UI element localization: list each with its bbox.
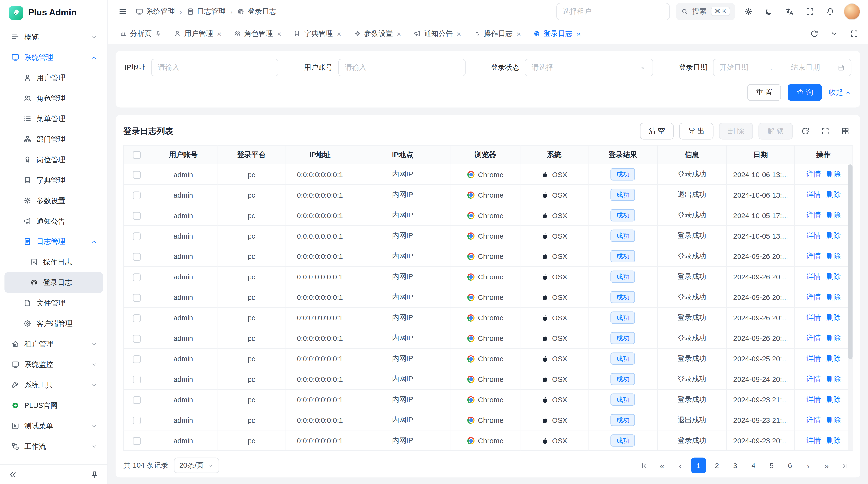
fullscreen-button[interactable]: [803, 4, 817, 19]
pin-sidebar-button[interactable]: [88, 467, 102, 482]
tab[interactable]: 字典管理×: [287, 23, 347, 44]
sidebar-item[interactable]: 概览: [4, 27, 103, 47]
sidebar-item[interactable]: 系统工具: [4, 375, 103, 395]
prev-page-button[interactable]: ‹: [673, 458, 688, 473]
delete-link[interactable]: 删除: [826, 313, 841, 323]
tab-close-icon[interactable]: ×: [217, 30, 222, 37]
sidebar-item[interactable]: 客户端管理: [4, 313, 103, 333]
sidebar-item[interactable]: 部门管理: [4, 129, 103, 150]
content-fullscreen-button[interactable]: [847, 26, 862, 41]
collapse-filter-link[interactable]: 收起: [829, 88, 851, 97]
forward-5-pages-button[interactable]: »: [819, 458, 834, 473]
query-button[interactable]: 查 询: [788, 84, 822, 101]
sidebar-item[interactable]: 租户管理: [4, 333, 103, 354]
delete-link[interactable]: 删除: [826, 210, 841, 220]
row-checkbox[interactable]: [133, 335, 140, 343]
delete-link[interactable]: 删除: [826, 251, 841, 261]
detail-link[interactable]: 详情: [806, 354, 821, 363]
delete-link[interactable]: 删除: [826, 435, 841, 445]
detail-link[interactable]: 详情: [806, 333, 821, 343]
reset-button[interactable]: 重 置: [747, 84, 781, 101]
avatar[interactable]: [844, 3, 860, 20]
row-checkbox[interactable]: [133, 171, 140, 179]
scrollbar-thumb[interactable]: [848, 164, 852, 359]
tab-options-button[interactable]: [827, 26, 841, 41]
collapse-sidebar-button[interactable]: [5, 467, 20, 482]
ip-input[interactable]: 请输入: [151, 59, 278, 76]
first-page-button[interactable]: [636, 458, 651, 473]
clear-button[interactable]: 清 空: [640, 123, 674, 139]
tab[interactable]: 参数设置×: [347, 23, 407, 44]
table-fullscreen-button[interactable]: [818, 124, 833, 138]
delete-link[interactable]: 删除: [826, 169, 841, 179]
detail-link[interactable]: 详情: [806, 374, 821, 384]
page-button[interactable]: 2: [709, 458, 724, 473]
detail-link[interactable]: 详情: [806, 251, 821, 261]
table-scrollbar[interactable]: [848, 164, 852, 451]
refresh-tab-button[interactable]: [807, 26, 822, 41]
tab[interactable]: 通知公告×: [407, 23, 467, 44]
dark-mode-button[interactable]: [762, 4, 776, 19]
translate-button[interactable]: [782, 4, 797, 19]
tab[interactable]: 角色管理×: [227, 23, 287, 44]
tab-close-icon[interactable]: ×: [337, 30, 341, 37]
back-5-pages-button[interactable]: «: [654, 458, 670, 473]
detail-link[interactable]: 详情: [806, 313, 821, 323]
delete-link[interactable]: 删除: [826, 231, 841, 240]
sidebar-item[interactable]: 文件管理: [4, 293, 103, 313]
sidebar-item[interactable]: 字典管理: [4, 170, 103, 190]
sidebar-item[interactable]: 参数设置: [4, 190, 103, 211]
sidebar-item[interactable]: 系统监控: [4, 354, 103, 375]
global-search[interactable]: 搜索 ⌘ K: [676, 2, 735, 20]
page-button[interactable]: 4: [746, 458, 761, 473]
sidebar-item[interactable]: 测试菜单: [4, 416, 103, 436]
detail-link[interactable]: 详情: [806, 210, 821, 220]
sidebar-item[interactable]: 角色管理: [4, 88, 103, 108]
tenant-select[interactable]: 选择租户: [556, 2, 670, 20]
select-all-checkbox[interactable]: [133, 151, 140, 159]
page-button[interactable]: 1: [691, 458, 706, 473]
breadcrumb-item[interactable]: 系统管理: [135, 6, 175, 16]
tab-close-icon[interactable]: ×: [576, 30, 581, 37]
next-page-button[interactable]: ›: [801, 458, 816, 473]
notifications-button[interactable]: [823, 4, 838, 19]
row-checkbox[interactable]: [133, 437, 140, 445]
app-logo[interactable]: Plus Admin: [0, 0, 107, 26]
status-select[interactable]: 请选择: [525, 59, 653, 76]
row-checkbox[interactable]: [133, 232, 140, 240]
sidebar-item[interactable]: 日志管理: [4, 231, 103, 252]
delete-link[interactable]: 删除: [826, 272, 841, 282]
detail-link[interactable]: 详情: [806, 231, 821, 240]
delete-button[interactable]: 删 除: [719, 123, 753, 139]
row-checkbox[interactable]: [133, 376, 140, 383]
breadcrumb-item[interactable]: 日志管理: [186, 6, 226, 16]
sidebar-item[interactable]: 岗位管理: [4, 150, 103, 170]
settings-button[interactable]: [741, 4, 756, 19]
sidebar-item[interactable]: 菜单管理: [4, 108, 103, 129]
row-checkbox[interactable]: [133, 191, 140, 199]
delete-link[interactable]: 删除: [826, 354, 841, 363]
tab-close-icon[interactable]: ×: [457, 30, 461, 37]
refresh-table-button[interactable]: [798, 124, 813, 138]
tab-close-icon[interactable]: ×: [277, 30, 281, 37]
page-button[interactable]: 6: [782, 458, 798, 473]
detail-link[interactable]: 详情: [806, 190, 821, 200]
detail-link[interactable]: 详情: [806, 169, 821, 179]
detail-link[interactable]: 详情: [806, 415, 821, 425]
tab-close-icon[interactable]: ×: [517, 30, 521, 37]
detail-link[interactable]: 详情: [806, 272, 821, 282]
row-checkbox[interactable]: [133, 253, 140, 261]
detail-link[interactable]: 详情: [806, 292, 821, 302]
row-checkbox[interactable]: [133, 417, 140, 424]
unlock-button[interactable]: 解 锁: [758, 123, 793, 139]
row-checkbox[interactable]: [133, 396, 140, 404]
sidebar-item[interactable]: 操作日志: [4, 252, 103, 272]
delete-link[interactable]: 删除: [826, 190, 841, 200]
tab[interactable]: 分析页: [114, 23, 168, 44]
tab-close-icon[interactable]: ×: [397, 30, 401, 37]
sidebar-item[interactable]: 系统管理: [4, 47, 103, 67]
detail-link[interactable]: 详情: [806, 435, 821, 445]
page-button[interactable]: 3: [727, 458, 743, 473]
sidebar-item[interactable]: PLUS官网: [4, 395, 103, 416]
account-input[interactable]: 请输入: [338, 59, 465, 76]
